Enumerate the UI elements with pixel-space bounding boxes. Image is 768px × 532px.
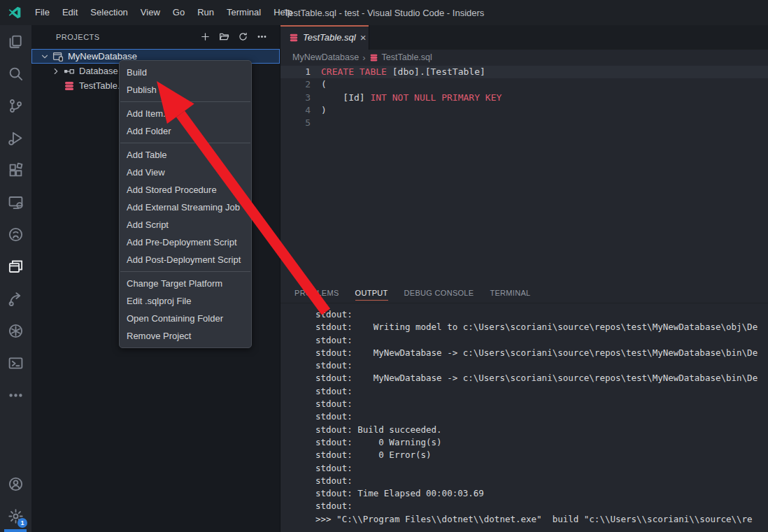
- menubar: FileEditSelectionViewGoRunTerminalHelp: [29, 0, 299, 25]
- window-title: TestTable.sql - test - Visual Studio Cod…: [284, 8, 485, 18]
- line-number: 4: [280, 104, 311, 117]
- database-file-icon: [289, 33, 299, 43]
- line-number: 1: [280, 66, 311, 78]
- context-menu-item-add-pre-deployment-script[interactable]: Add Pre-Deployment Script: [120, 233, 251, 251]
- output-line: stdout:: [315, 410, 768, 423]
- tab-testtable-sql[interactable]: TestTable.sql ×: [280, 25, 369, 50]
- context-menu-item-add-view[interactable]: Add View: [120, 164, 251, 181]
- code-token: ): [321, 105, 327, 115]
- breadcrumb-file[interactable]: TestTable.sql: [382, 52, 432, 62]
- code-line: 3 [Id] INT NOT NULL PRIMARY KEY: [280, 92, 768, 104]
- context-menu-item-add-external-streaming-job[interactable]: Add External Streaming Job: [120, 199, 251, 216]
- context-menu-item-add-script[interactable]: Add Script: [120, 216, 251, 233]
- panel-tab-problems[interactable]: PROBLEMS: [294, 289, 339, 300]
- code-line: 4): [280, 104, 768, 117]
- context-menu-item-add-table[interactable]: Add Table: [120, 146, 251, 164]
- chevron-down-icon[interactable]: [39, 51, 50, 62]
- titlebar: FileEditSelectionViewGoRunTerminalHelp T…: [0, 0, 768, 25]
- powershell-icon[interactable]: [0, 347, 31, 379]
- output-line: stdout:: [315, 475, 768, 487]
- output-line: stdout:: [315, 308, 768, 321]
- settings-icon[interactable]: 1: [0, 500, 31, 532]
- extensions-icon[interactable]: [0, 154, 31, 186]
- more-icon[interactable]: [0, 379, 31, 411]
- code-text: [Id] INT NOT NULL PRIMARY KEY: [321, 92, 502, 104]
- live-share-icon[interactable]: [0, 282, 31, 315]
- context-menu-item-add-post-deployment-script[interactable]: Add Post-Deployment Script: [120, 251, 251, 268]
- context-menu-item-build[interactable]: Build: [120, 64, 251, 81]
- projects-toolbar: [198, 30, 269, 44]
- menu-separator: [120, 101, 250, 102]
- chevron-right-icon[interactable]: [50, 66, 62, 77]
- code-line: 2(: [280, 78, 768, 91]
- output-line: stdout: 0 Error(s): [315, 449, 768, 461]
- menu-terminal[interactable]: Terminal: [220, 0, 267, 25]
- project-context-menu: BuildPublishAdd Item...Add FolderAdd Tab…: [119, 60, 252, 348]
- projects-panel-header: PROJECTS: [31, 25, 280, 48]
- statusbar-remnant: [4, 529, 27, 532]
- remote-explorer-icon[interactable]: [0, 186, 31, 218]
- more-actions-icon[interactable]: [255, 30, 269, 44]
- projects-panel-title: PROJECTS: [56, 33, 100, 41]
- panel-tab-terminal[interactable]: TERMINAL: [490, 289, 530, 300]
- editor-group: TestTable.sql × MyNewDatabase › TestTabl…: [280, 25, 768, 532]
- activity-bar: 1: [0, 25, 31, 532]
- code-token: CREATE TABLE: [321, 66, 392, 77]
- code-token: (: [321, 79, 327, 89]
- kubernetes-icon[interactable]: [0, 315, 31, 347]
- output-line: stdout:: [315, 462, 768, 475]
- output-line: stdout:: [315, 500, 768, 512]
- run-and-debug-icon[interactable]: [0, 122, 31, 154]
- database-project-icon: [52, 51, 64, 62]
- code-token: [Id]: [321, 92, 365, 103]
- context-menu-item-remove-project[interactable]: Remove Project: [120, 327, 251, 345]
- context-menu-item-add-stored-procedure[interactable]: Add Stored Procedure: [120, 181, 251, 199]
- explorer-icon[interactable]: [0, 25, 31, 57]
- tab-label: TestTable.sql: [303, 32, 356, 43]
- menu-edit[interactable]: Edit: [56, 0, 84, 25]
- vscode-insiders-logo: [8, 6, 22, 20]
- tab-close-icon[interactable]: ×: [360, 32, 367, 43]
- context-menu-item-open-containing-folder[interactable]: Open Containing Folder: [120, 310, 251, 327]
- menu-view[interactable]: View: [134, 0, 166, 25]
- code-line: 1CREATE TABLE [dbo].[TestTable]: [280, 66, 768, 78]
- search-icon[interactable]: [0, 57, 31, 89]
- output-line: stdout: Writing model to c:\Users\scoria…: [315, 321, 768, 333]
- menu-selection[interactable]: Selection: [84, 0, 134, 25]
- output-line: stdout: 0 Warning(s): [315, 436, 768, 449]
- output-line: stdout:: [315, 359, 768, 372]
- accounts-icon[interactable]: [0, 468, 31, 500]
- new-project-icon[interactable]: [198, 30, 212, 44]
- output-line: stdout:: [315, 334, 768, 347]
- editor-tabstrip: TestTable.sql ×: [280, 25, 768, 50]
- output-console[interactable]: stdout:stdout: Writing model to c:\Users…: [280, 303, 768, 532]
- refresh-icon[interactable]: [236, 30, 250, 44]
- output-line: stdout: Time Elapsed 00:00:03.69: [315, 487, 768, 500]
- context-menu-item-edit-sqlproj-file[interactable]: Edit .sqlproj File: [120, 292, 251, 310]
- database-file-icon: [64, 80, 75, 92]
- menu-file[interactable]: File: [29, 0, 56, 25]
- context-menu-item-change-target-platform[interactable]: Change Target Platform: [120, 275, 251, 292]
- source-control-icon[interactable]: [0, 89, 31, 122]
- menu-go[interactable]: Go: [166, 0, 191, 25]
- breadcrumb-project[interactable]: MyNewDatabase: [292, 52, 359, 62]
- context-menu-item-add-folder[interactable]: Add Folder: [120, 122, 251, 140]
- settings-badge: 1: [17, 518, 27, 528]
- open-folder-icon[interactable]: [217, 30, 231, 44]
- output-line: stdout: MyNewDatabase -> c:\Users\scoria…: [315, 347, 768, 359]
- context-menu-item-add-item-[interactable]: Add Item...: [120, 105, 251, 122]
- database-file-icon: [369, 53, 378, 62]
- context-menu-item-publish[interactable]: Publish: [120, 81, 251, 99]
- code-editor[interactable]: 1CREATE TABLE [dbo].[TestTable]2(3 [Id] …: [280, 65, 768, 283]
- menu-run[interactable]: Run: [191, 0, 220, 25]
- code-text: CREATE TABLE [dbo].[TestTable]: [321, 66, 485, 78]
- panel-tab-debug-console[interactable]: DEBUG CONSOLE: [404, 289, 474, 300]
- output-line: stdout:: [315, 385, 768, 398]
- database-projects-icon[interactable]: [0, 250, 31, 282]
- github-icon[interactable]: [0, 218, 31, 250]
- output-line: stdout:: [315, 398, 768, 410]
- code-text: (: [321, 78, 327, 91]
- bottom-panel: PROBLEMSOUTPUTDEBUG CONSOLETERMINAL stdo…: [280, 283, 768, 532]
- vscode-window: FileEditSelectionViewGoRunTerminalHelp T…: [0, 0, 768, 532]
- panel-tab-output[interactable]: OUTPUT: [355, 289, 388, 301]
